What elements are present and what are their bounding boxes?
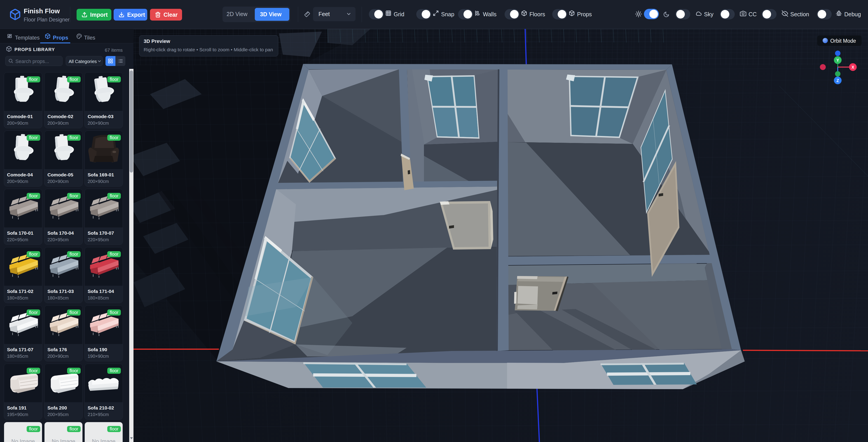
svg-text:Z: Z xyxy=(837,78,839,83)
svg-text:Y: Y xyxy=(836,58,839,63)
svg-text:X: X xyxy=(851,65,854,69)
